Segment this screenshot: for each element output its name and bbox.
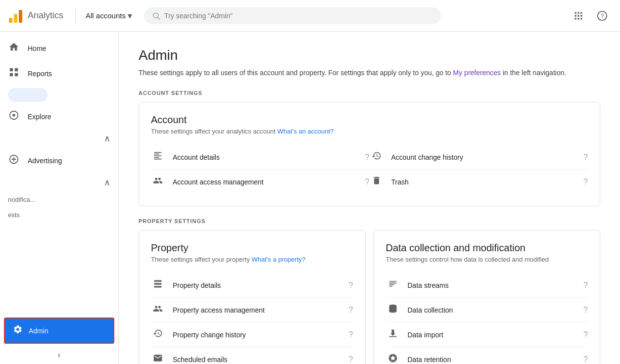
collapse-left-icon: ‹ [58,350,61,360]
explore-icon [8,110,20,123]
reports-icon [8,67,20,80]
property-access-item[interactable]: Property access management ? [151,298,353,322]
data-import-icon [386,328,400,341]
svg-point-21 [12,114,15,117]
account-details-help-icon[interactable]: ? [365,153,370,162]
search-input[interactable] [164,12,433,20]
admin-button[interactable]: Admin [4,318,114,344]
scheduled-emails-label: Scheduled emails [173,356,341,364]
svg-rect-10 [580,15,582,16]
sidebar-item-advertising[interactable]: Advertising [0,148,118,173]
account-label: All accounts [86,11,126,20]
account-card-subtitle: These settings affect your analytics acc… [151,128,588,135]
data-streams-help-icon[interactable]: ? [583,281,588,290]
help-icon-button[interactable]: ? [592,6,612,26]
svg-rect-25 [154,286,162,288]
data-retention-help-icon[interactable]: ? [583,355,588,364]
main-content: Admin These settings apply to all users … [119,32,620,364]
page-subtitle: These settings apply to all users of thi… [139,67,600,78]
property-details-label: Property details [173,281,341,289]
sidebar-item-explore[interactable]: Explore [0,104,118,129]
svg-rect-7 [580,12,582,13]
data-retention-icon [386,353,400,364]
account-details-label: Account details [173,153,357,161]
chevron-up-icon-1: ∧ [104,133,110,144]
apps-icon-button[interactable] [569,6,588,26]
sidebar-item-reports[interactable]: Reports [0,61,118,86]
sidebar-toggle-2[interactable]: ∧ [0,173,118,192]
sidebar-notifica-label: nodifica... [0,192,118,207]
admin-gear-icon [13,324,23,337]
data-import-item[interactable]: Data import ? [386,322,588,347]
account-history-icon [370,151,383,163]
app-name: Analytics [28,10,63,21]
data-collection-icon [386,304,400,316]
data-retention-label: Data retention [408,356,576,364]
svg-rect-16 [10,68,13,71]
svg-rect-5 [575,12,576,13]
property-history-help-icon[interactable]: ? [349,330,353,339]
sidebar-reports-label: Reports [28,70,52,78]
property-details-item[interactable]: Property details ? [151,273,353,298]
property-history-label: Property change history [173,331,341,339]
property-details-help-icon[interactable]: ? [349,281,353,290]
trash-label: Trash [391,178,576,186]
account-selector[interactable]: All accounts ▾ [82,7,136,24]
account-access-help-icon[interactable]: ? [365,178,370,186]
admin-label: Admin [29,327,48,335]
advertising-icon [8,154,20,167]
sidebar-collapse-button[interactable]: ‹ [0,346,118,364]
whats-property-link[interactable]: What's a property? [252,256,306,263]
data-collection-help-icon[interactable]: ? [583,306,588,315]
sidebar-item-home[interactable]: Home [0,36,118,61]
account-history-label: Account change history [391,153,576,161]
sidebar-requests-label: ests [0,207,118,223]
account-details-item[interactable]: Account details ? [151,145,370,170]
svg-rect-9 [577,15,579,16]
sidebar: Home Reports [0,32,119,364]
data-import-help-icon[interactable]: ? [583,330,588,339]
svg-rect-0 [9,18,12,23]
app-logo[interactable]: Analytics [8,8,65,24]
account-access-label: Account access management [173,178,357,186]
property-card-subtitle: These settings affect your property What… [151,256,353,263]
data-card-title: Data collection and modification [386,242,588,254]
property-access-label: Property access management [173,306,341,314]
scheduled-emails-item[interactable]: Scheduled emails ? [151,347,353,364]
property-settings-card: Property These settings affect your prop… [139,230,366,364]
account-details-icon [151,151,165,163]
scheduled-emails-help-icon[interactable]: ? [349,355,353,364]
data-import-label: Data import [408,331,576,339]
property-change-history-item[interactable]: Property change history ? [151,322,353,347]
account-change-history-item[interactable]: Account change history ? [370,145,588,170]
data-collection-item[interactable]: Data collection ? [386,298,588,322]
account-access-item[interactable]: Account access management ? [151,170,370,194]
whats-account-link[interactable]: What's an account? [278,128,334,135]
account-right-col: Account change history ? Trash ? [370,145,588,194]
main-layout: Home Reports [0,32,620,364]
data-collection-card: Data collection and modification These s… [374,230,601,364]
trash-item[interactable]: Trash ? [370,170,588,194]
account-history-help-icon[interactable]: ? [583,153,588,162]
sidebar-toggle-1[interactable]: ∧ [0,129,118,148]
home-icon [8,42,20,55]
svg-rect-19 [15,73,18,76]
account-access-icon [151,176,165,188]
topbar: Analytics All accounts ▾ [0,0,620,32]
account-settings-card: Account These settings affect your analy… [139,102,600,206]
data-streams-label: Data streams [408,281,576,289]
trash-help-icon[interactable]: ? [583,178,588,186]
svg-line-4 [158,17,160,19]
account-left-col: Account details ? Account access managem… [151,145,370,194]
chevron-up-icon-2: ∧ [104,177,110,188]
svg-rect-2 [19,10,22,23]
search-bar[interactable] [144,7,441,24]
svg-rect-23 [154,280,162,282]
property-access-help-icon[interactable]: ? [349,306,353,315]
data-retention-item[interactable]: Data retention ? [386,347,588,364]
topbar-divider [75,8,76,24]
ga-logo-icon [8,8,24,24]
my-preferences-link[interactable]: My preferences [453,69,501,77]
property-access-icon [151,304,165,316]
data-streams-item[interactable]: Data streams ? [386,273,588,298]
